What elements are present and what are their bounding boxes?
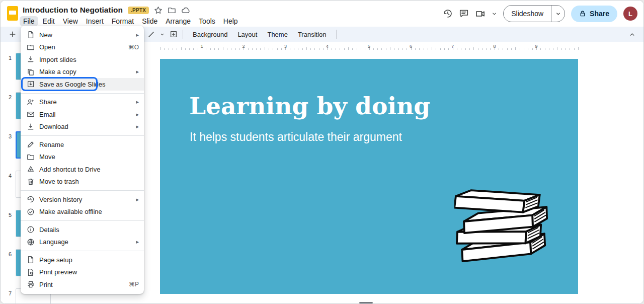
books-image[interactable] — [454, 179, 551, 265]
menu-bar: FileEditViewInsertFormatSlideArrangeTool… — [20, 16, 242, 27]
submenu-arrow-icon: ▸ — [136, 32, 139, 38]
trash-icon — [27, 178, 35, 186]
offline-icon — [27, 208, 35, 216]
ruler-number: 1 — [200, 43, 203, 49]
menu-item-label: Email — [39, 111, 56, 118]
toolbar-button-layout[interactable]: Layout — [233, 29, 262, 40]
menu-item-details[interactable]: Details — [21, 223, 144, 236]
movefolder-icon — [27, 153, 35, 161]
menu-item-shortcut: ⌘O — [128, 44, 139, 51]
menu-item-label: Move — [39, 153, 55, 161]
menu-item-print-preview[interactable]: Print preview — [21, 266, 144, 279]
menu-insert[interactable]: Insert — [83, 16, 107, 26]
line-tool-icon[interactable] — [147, 31, 155, 38]
toolbar-button-background[interactable]: Background — [188, 29, 232, 40]
slide-number-3: 3 — [5, 133, 12, 139]
meet-videocam-icon[interactable] — [475, 9, 486, 19]
print-icon — [27, 280, 35, 288]
email-icon — [27, 110, 35, 118]
menu-item-label: Language — [39, 238, 68, 246]
menu-item-new[interactable]: New▸ — [21, 29, 144, 41]
menu-item-rename[interactable]: Rename — [21, 138, 144, 151]
new-slide-plus-icon[interactable] — [9, 30, 17, 38]
menu-item-share[interactable]: Share▸ — [21, 96, 144, 109]
menu-view[interactable]: View — [59, 16, 82, 26]
menu-item-label: Save as Google Slides — [39, 81, 106, 88]
menu-item-email[interactable]: Email▸ — [21, 108, 144, 121]
preview-icon — [27, 268, 35, 276]
menu-item-label: Download — [39, 123, 68, 130]
menu-slide[interactable]: Slide — [138, 16, 161, 26]
account-avatar[interactable]: L — [623, 7, 637, 21]
menu-item-version-history[interactable]: Version history▸ — [21, 193, 144, 206]
submenu-arrow-icon: ▸ — [136, 239, 139, 245]
menu-file[interactable]: File — [20, 16, 38, 26]
slideshow-button[interactable]: Slideshow — [504, 6, 551, 22]
ruler-number: 6 — [410, 43, 412, 49]
menu-edit[interactable]: Edit — [39, 16, 58, 26]
slide-canvas[interactable]: Learning by doing It helps students arti… — [160, 59, 578, 294]
menu-item-label: Add shortcut to Drive — [39, 166, 100, 173]
ruler-number: 4 — [326, 43, 329, 49]
slides-logo[interactable] — [7, 6, 18, 21]
star-icon[interactable] — [154, 6, 163, 15]
document-title[interactable]: Introduction to Negotiation — [23, 6, 123, 15]
line-tool-chevron-icon[interactable] — [160, 32, 165, 37]
collapse-toolbar-icon[interactable] — [629, 31, 635, 38]
history-icon — [27, 195, 35, 203]
menu-item-move-to-trash[interactable]: Move to trash — [21, 176, 144, 188]
ruler-number: 8 — [493, 43, 496, 49]
menu-item-open[interactable]: Open⌘O — [21, 41, 144, 54]
menu-item-page-setup[interactable]: Page setup — [21, 254, 144, 266]
menu-item-label: Print preview — [39, 268, 77, 276]
slide-number-4: 4 — [5, 173, 12, 179]
google-slides-window: Introduction to Negotiation .PPTX FileEd… — [0, 0, 644, 304]
slide-number-7: 7 — [5, 290, 12, 296]
meet-chevron-down-icon[interactable] — [492, 11, 497, 17]
menu-arrange[interactable]: Arrange — [162, 16, 194, 26]
menu-item-make-a-copy[interactable]: Make a copy▸ — [21, 66, 144, 79]
menu-item-label: Version history — [39, 196, 82, 203]
menu-help[interactable]: Help — [220, 16, 242, 26]
menu-format[interactable]: Format — [108, 16, 137, 26]
ruler-number: 9 — [535, 43, 537, 49]
move-folder-icon[interactable] — [168, 6, 176, 15]
menu-item-import-slides[interactable]: Import slides — [21, 53, 144, 66]
submenu-arrow-icon: ▸ — [136, 68, 139, 75]
menu-item-language[interactable]: Language▸ — [21, 236, 144, 249]
menu-item-label: Rename — [39, 141, 64, 148]
menu-divider — [21, 190, 144, 191]
menu-item-label: Page setup — [39, 256, 72, 264]
submenu-arrow-icon: ▸ — [136, 99, 139, 105]
slideshow-chevron-down-icon[interactable] — [551, 11, 565, 17]
shortcut-icon — [27, 165, 35, 173]
menu-item-add-shortcut-to-drive[interactable]: Add shortcut to Drive — [21, 163, 144, 176]
toolbar-button-transition[interactable]: Transition — [293, 29, 331, 40]
slide-number-6: 6 — [5, 251, 12, 257]
ruler-number: 5 — [368, 43, 370, 49]
lock-icon — [579, 10, 586, 17]
toolbar-separator — [183, 30, 183, 39]
ruler-number: 3 — [284, 43, 287, 49]
comment-icon[interactable] — [459, 9, 469, 19]
menu-item-save-as-google-slides[interactable]: Save as Google Slides — [21, 78, 144, 91]
menu-item-make-available-offline[interactable]: Make available offline — [21, 206, 144, 218]
version-history-icon[interactable] — [443, 9, 453, 19]
submenu-arrow-icon: ▸ — [136, 123, 139, 130]
cloud-status-icon[interactable] — [181, 6, 190, 15]
horizontal-scrollbar-thumb[interactable] — [359, 302, 373, 303]
menu-item-label: Open — [39, 43, 55, 51]
share-button-label: Share — [590, 10, 609, 18]
slide-subtitle[interactable]: It helps students articulate their argum… — [190, 130, 402, 144]
menu-item-label: Details — [39, 226, 59, 234]
menu-item-move[interactable]: Move — [21, 151, 144, 164]
share-button[interactable]: Share — [571, 6, 617, 22]
slide-title[interactable]: Learning by doing — [189, 92, 430, 120]
info-icon — [27, 225, 35, 234]
toolbar-button-theme[interactable]: Theme — [263, 29, 292, 40]
slide-number-2: 2 — [5, 94, 12, 100]
menu-item-download[interactable]: Download▸ — [21, 121, 144, 133]
placeholder-box-icon[interactable] — [170, 30, 178, 38]
menu-item-print[interactable]: Print⌘P — [21, 278, 144, 291]
menu-tools[interactable]: Tools — [195, 16, 219, 26]
